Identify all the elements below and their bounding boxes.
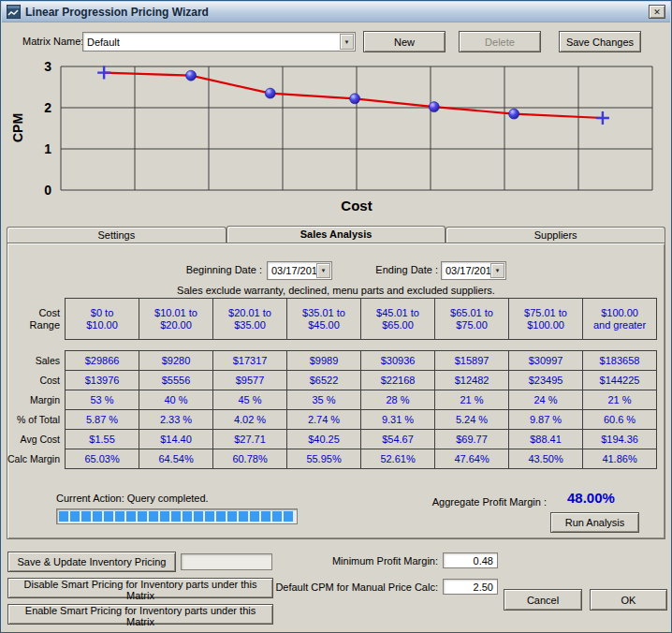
table-cell: $30997 bbox=[509, 351, 583, 371]
table-cell: $14.40 bbox=[139, 430, 213, 449]
row-label: Sales bbox=[7, 351, 66, 371]
table-cell: $88.41 bbox=[509, 430, 583, 449]
column-header: $45.01 to $65.00 bbox=[361, 299, 435, 340]
progress-segment bbox=[194, 511, 203, 522]
minimum-profit-margin-label: Minimum Profit Margin: bbox=[311, 555, 438, 567]
table-cell: $22168 bbox=[361, 371, 435, 390]
status-field[interactable] bbox=[181, 553, 272, 570]
row-label: Calc Margin bbox=[7, 449, 66, 469]
run-analysis-button[interactable]: Run Analysis bbox=[550, 512, 639, 533]
delete-button[interactable]: Delete bbox=[459, 31, 541, 52]
table-cell: 41.86% bbox=[583, 449, 657, 469]
x-axis-label: Cost bbox=[7, 198, 664, 213]
table-cell: $13976 bbox=[66, 371, 139, 390]
table-cell: 65.03% bbox=[66, 449, 139, 469]
table-cell: $12482 bbox=[435, 371, 509, 390]
progress-segment bbox=[261, 511, 270, 522]
ending-date-value: 03/17/2015 bbox=[446, 265, 497, 276]
table-cell: 53 % bbox=[66, 390, 139, 410]
current-action-status: Current Action: Query completed. bbox=[56, 493, 209, 504]
progress-segment bbox=[81, 511, 91, 522]
cpm-chart: 0123 CPM Cost bbox=[7, 57, 665, 216]
table-cell: 9.87 % bbox=[509, 410, 583, 430]
progress-segment bbox=[104, 511, 113, 522]
cancel-button[interactable]: Cancel bbox=[504, 589, 582, 611]
table-row: Avg Cost$1.55$14.40$27.71$40.25$54.67$69… bbox=[7, 430, 657, 449]
table-cell: $30936 bbox=[361, 351, 435, 371]
ending-date-select[interactable]: 03/17/2015 ▼ bbox=[441, 261, 506, 280]
row-label: % of Total bbox=[7, 410, 66, 430]
disable-smart-pricing-button[interactable]: Disable Smart Pricing for Inventory part… bbox=[7, 578, 273, 598]
sales-analysis-panel: Beginning Date : 03/17/2014 ▼ Ending Dat… bbox=[7, 243, 665, 539]
beginning-date-select[interactable]: 03/17/2014 ▼ bbox=[267, 261, 332, 280]
tab-sales-analysis[interactable]: Sales Analysis bbox=[226, 226, 446, 243]
analysis-table: Cost Range$0 to $10.00$10.01 to $20.00$2… bbox=[7, 298, 657, 469]
progress-segment bbox=[160, 511, 169, 522]
table-cell: 60.78% bbox=[213, 449, 287, 469]
beginning-date-label: Beginning Date : bbox=[120, 264, 262, 275]
progress-segment bbox=[284, 511, 293, 522]
exclusions-note: Sales exclude warranty, declined, menu p… bbox=[7, 285, 665, 296]
table-cell: $9280 bbox=[139, 351, 213, 371]
table-cell: $194.36 bbox=[583, 430, 657, 449]
table-cell: 35 % bbox=[287, 390, 361, 410]
tab-suppliers[interactable]: Suppliers bbox=[446, 227, 665, 243]
enable-smart-pricing-button[interactable]: Enable Smart Pricing for Inventory parts… bbox=[7, 604, 273, 625]
svg-text:1: 1 bbox=[44, 141, 51, 156]
progress-segment bbox=[227, 511, 237, 522]
svg-text:3: 3 bbox=[44, 59, 51, 74]
save-changes-button[interactable]: Save Changes bbox=[559, 31, 641, 52]
titlebar: Linear Progression Pricing Wizard ✕ bbox=[2, 2, 670, 22]
progress-segment bbox=[183, 511, 192, 522]
app-icon bbox=[7, 5, 21, 19]
progress-bar bbox=[56, 508, 298, 524]
column-header: $65.01 to $75.00 bbox=[435, 299, 509, 340]
beginning-date-value: 03/17/2014 bbox=[271, 265, 323, 276]
progress-segment bbox=[272, 511, 282, 522]
table-cell: 5.87 % bbox=[66, 410, 139, 430]
default-cpm-field[interactable]: 2.50 bbox=[443, 579, 498, 595]
table-cell: 40 % bbox=[139, 390, 213, 410]
table-cell: 21 % bbox=[435, 390, 509, 410]
table-row: Cost$13976$5556$9577$6522$22168$12482$23… bbox=[7, 371, 657, 390]
column-header: $10.01 to $20.00 bbox=[139, 299, 213, 340]
dialog-content: Matrix Name: Default ▼ New Delete Save C… bbox=[2, 23, 670, 631]
tab-suppliers-label: Suppliers bbox=[534, 229, 577, 241]
table-row: % of Total5.87 %2.33 %4.02 %2.74 %9.31 %… bbox=[7, 410, 657, 430]
tab-sales-analysis-label: Sales Analysis bbox=[300, 228, 373, 240]
table-cell: 60.6 % bbox=[583, 410, 657, 430]
row-label: Cost bbox=[7, 371, 66, 390]
aggregate-profit-margin-label: Aggregate Profit Margin : bbox=[410, 496, 547, 508]
table-cell: $1.55 bbox=[66, 430, 139, 449]
progress-segment bbox=[93, 511, 102, 522]
progress-segment bbox=[138, 511, 147, 522]
table-cell: $69.77 bbox=[435, 430, 509, 449]
table-cell: 28 % bbox=[361, 390, 435, 410]
row-label: Avg Cost bbox=[7, 430, 66, 449]
aggregate-profit-margin-value: 48.00% bbox=[567, 490, 648, 506]
pricing-wizard-window: Linear Progression Pricing Wizard ✕ Matr… bbox=[0, 0, 672, 633]
close-button[interactable]: ✕ bbox=[649, 5, 665, 19]
minimum-profit-margin-field[interactable]: 0.48 bbox=[443, 552, 498, 568]
table-cell: 5.24 % bbox=[435, 410, 509, 430]
table-cell: 24 % bbox=[509, 390, 583, 410]
svg-text:0: 0 bbox=[44, 183, 51, 198]
table-cell: $183658 bbox=[583, 351, 657, 371]
table-row: Calc Margin65.03%64.54%60.78%55.95%52.61… bbox=[7, 449, 657, 469]
progress-segment bbox=[171, 511, 181, 522]
table-cell: $29866 bbox=[66, 351, 139, 371]
progress-segment bbox=[205, 511, 214, 522]
table-cell: $9989 bbox=[287, 351, 361, 371]
ok-button[interactable]: OK bbox=[590, 589, 667, 611]
table-cell: 2.33 % bbox=[139, 410, 213, 430]
matrix-name-select[interactable]: Default ▼ bbox=[82, 32, 356, 52]
progress-segment bbox=[70, 511, 80, 522]
progress-segment bbox=[250, 511, 259, 522]
new-button[interactable]: New bbox=[363, 31, 446, 52]
table-cell: $15897 bbox=[435, 351, 509, 371]
column-header: $35.01 to $45.00 bbox=[287, 299, 361, 340]
table-cell: $5556 bbox=[139, 371, 213, 390]
tab-settings[interactable]: Settings bbox=[7, 227, 226, 243]
column-header: $100.00 and greater bbox=[583, 299, 657, 340]
save-update-inventory-pricing-button[interactable]: Save & Update Inventory Pricing bbox=[7, 552, 176, 572]
